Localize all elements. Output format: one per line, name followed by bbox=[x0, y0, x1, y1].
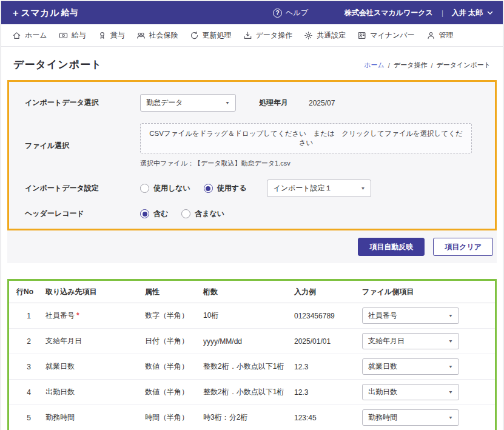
import-data-select-label: インポートデータ選択 bbox=[19, 98, 140, 108]
header-record-row: ヘッダーレコード 含む 含まない bbox=[19, 209, 485, 219]
row-no: 1 bbox=[9, 303, 38, 329]
help-button[interactable]: ? ヘルプ bbox=[273, 8, 308, 18]
import-data-select[interactable]: 勤怠データ ▼ bbox=[140, 94, 236, 112]
topbar: ＋ スマカル 給与 ? ヘルプ 株式会社スマカルワークス ｜ 入井 太郎 bbox=[1, 1, 503, 24]
target-field-cell: 就業日数 bbox=[38, 354, 140, 380]
file-field-select[interactable]: 社員番号 ▼ bbox=[362, 307, 459, 324]
col-header-row-no: 行No bbox=[9, 281, 38, 303]
col-header-file-field: ファイル側項目 bbox=[357, 281, 495, 303]
selected-file-name: 選択中ファイル：【データ取込】勤怠データ1.csv bbox=[140, 159, 472, 168]
breadcrumb-separator: / bbox=[388, 62, 390, 69]
nav-item-update[interactable]: 更新処理 bbox=[190, 30, 232, 41]
processing-month-value: 2025/07 bbox=[309, 99, 335, 107]
nav-item-payroll[interactable]: 給与 bbox=[59, 30, 86, 41]
digits-cell: 整数2桁．小数点以下1桁 bbox=[198, 380, 289, 405]
target-field-label: 勤務時間 bbox=[45, 413, 75, 422]
nav-item-bonus[interactable]: 賞与 bbox=[98, 30, 125, 41]
radio-label: 含まない bbox=[195, 209, 224, 219]
people-icon bbox=[136, 31, 146, 40]
chevron-down-icon: ▼ bbox=[448, 364, 453, 369]
dropzone-text: CSVファイルをドラッグ＆ドロップしてください または クリックしてファイルを選… bbox=[147, 129, 465, 147]
topbar-divider: ｜ bbox=[439, 8, 446, 18]
banknote-icon bbox=[59, 31, 68, 40]
nav-label: データ操作 bbox=[256, 30, 293, 41]
col-header-target-field: 取り込み先項目 bbox=[38, 281, 140, 303]
radio-icon bbox=[181, 209, 190, 218]
table-row: 1 社員番号* 数字（半角） 10桁 0123456789 社員番号 ▼ bbox=[9, 303, 495, 329]
breadcrumb-section-link[interactable]: データ操作 bbox=[394, 61, 428, 70]
example-cell: 0123456789 bbox=[289, 303, 357, 329]
table-row: 2 支給年月日 日付（半角） yyyy/MM/dd 2025/01/01 支給年… bbox=[9, 329, 495, 354]
clear-items-button[interactable]: 項目クリア bbox=[433, 238, 493, 256]
import-data-select-row: インポートデータ選択 勤怠データ ▼ 処理年月 2025/07 bbox=[19, 94, 485, 112]
page-head: データインポート ホーム / データ操作 / データインポート bbox=[1, 47, 503, 78]
help-label: ヘルプ bbox=[286, 8, 308, 18]
select-value: 出勤日数 bbox=[368, 387, 397, 397]
chevron-down-icon bbox=[487, 11, 493, 15]
radio-config-off[interactable]: 使用しない bbox=[140, 183, 190, 193]
target-field-cell: 出勤日数 bbox=[38, 380, 140, 405]
nav-item-mynumber[interactable]: マイナンバー bbox=[357, 30, 414, 41]
chevron-down-icon: ▼ bbox=[448, 390, 453, 395]
radio-icon bbox=[140, 184, 149, 193]
target-field-cell: 勤務時間 bbox=[38, 405, 140, 430]
home-icon bbox=[12, 31, 21, 40]
gear-icon bbox=[304, 31, 313, 40]
nav-item-data-operations[interactable]: データ操作 bbox=[243, 30, 293, 41]
target-field-label: 支給年月日 bbox=[45, 337, 82, 345]
col-header-example: 入力例 bbox=[289, 281, 357, 303]
nav-label: 給与 bbox=[72, 30, 86, 41]
table-row: 4 出勤日数 数値（半角） 整数2桁．小数点以下1桁 12.3 出勤日数 ▼ bbox=[9, 380, 495, 405]
target-field-label: 社員番号 bbox=[45, 311, 75, 320]
file-field-cell: 支給年月日 ▼ bbox=[357, 329, 495, 354]
nav-label: 共通設定 bbox=[317, 30, 346, 41]
import-form-highlighted-area: インポートデータ選択 勤怠データ ▼ 処理年月 2025/07 ファイル選択 C… bbox=[7, 80, 497, 230]
main-nav: ホーム 給与 賞与 社会保険 更新処理 データ操作 共通設定 マイナンバー bbox=[1, 24, 503, 47]
refresh-icon bbox=[190, 31, 199, 40]
attribute-cell: 数値（半角） bbox=[140, 380, 198, 405]
radio-label: 使用しない bbox=[153, 183, 190, 193]
radio-icon bbox=[140, 209, 149, 218]
nav-item-home[interactable]: ホーム bbox=[12, 30, 47, 41]
chevron-down-icon: ▼ bbox=[360, 186, 365, 191]
nav-label: ホーム bbox=[25, 30, 47, 41]
nav-label: 社会保険 bbox=[149, 30, 178, 41]
user-menu[interactable]: 入井 太郎 bbox=[452, 8, 493, 18]
nav-item-social-insurance[interactable]: 社会保険 bbox=[136, 30, 178, 41]
id-card-icon bbox=[357, 31, 366, 40]
mapping-table: 行No 取り込み先項目 属性 桁数 入力例 ファイル側項目 1 社員番号* 数字… bbox=[9, 281, 495, 430]
help-icon: ? bbox=[273, 8, 282, 18]
row-no: 3 bbox=[9, 354, 38, 380]
file-field-cell: 勤務時間 ▼ bbox=[357, 405, 495, 430]
target-field-cell: 支給年月日 bbox=[38, 329, 140, 354]
csv-dropzone[interactable]: CSVファイルをドラッグ＆ドロップしてください または クリックしてファイルを選… bbox=[140, 123, 472, 153]
chevron-down-icon: ▼ bbox=[448, 339, 453, 344]
file-field-select[interactable]: 支給年月日 ▼ bbox=[362, 333, 459, 349]
import-preset-select[interactable]: インポート設定１ ▼ bbox=[267, 180, 371, 197]
row-no: 4 bbox=[9, 380, 38, 405]
auto-map-button[interactable]: 項目自動反映 bbox=[358, 238, 425, 256]
logo-subtext: 給与 bbox=[61, 7, 78, 18]
app-logo[interactable]: ＋ スマカル 給与 bbox=[11, 7, 78, 19]
processing-month-label: 処理年月 bbox=[259, 98, 288, 108]
page-title: データインポート bbox=[13, 58, 102, 72]
col-header-digits: 桁数 bbox=[198, 281, 289, 303]
file-field-select[interactable]: 出勤日数 ▼ bbox=[362, 384, 459, 400]
breadcrumb-home-link[interactable]: ホーム bbox=[364, 61, 385, 70]
company-name: 株式会社スマカルワークス bbox=[344, 8, 433, 18]
download-tray-icon bbox=[243, 31, 252, 40]
topbar-right: ? ヘルプ 株式会社スマカルワークス ｜ 入井 太郎 bbox=[273, 8, 493, 18]
file-field-cell: 出勤日数 ▼ bbox=[357, 380, 495, 405]
nav-label: 賞与 bbox=[110, 30, 125, 41]
attribute-cell: 数値（半角） bbox=[140, 354, 198, 380]
radio-config-on[interactable]: 使用する bbox=[204, 183, 247, 193]
nav-item-admin[interactable]: 管理 bbox=[426, 30, 454, 41]
radio-header-include[interactable]: 含む bbox=[140, 209, 168, 219]
file-field-select[interactable]: 就業日数 ▼ bbox=[362, 358, 459, 375]
nav-item-common-settings[interactable]: 共通設定 bbox=[304, 30, 346, 41]
radio-header-exclude[interactable]: 含まない bbox=[181, 209, 224, 219]
example-cell: 12.3 bbox=[289, 354, 357, 380]
attribute-cell: 日付（半角） bbox=[140, 329, 198, 354]
file-field-select[interactable]: 勤務時間 ▼ bbox=[362, 409, 459, 426]
required-mark: * bbox=[76, 311, 79, 320]
